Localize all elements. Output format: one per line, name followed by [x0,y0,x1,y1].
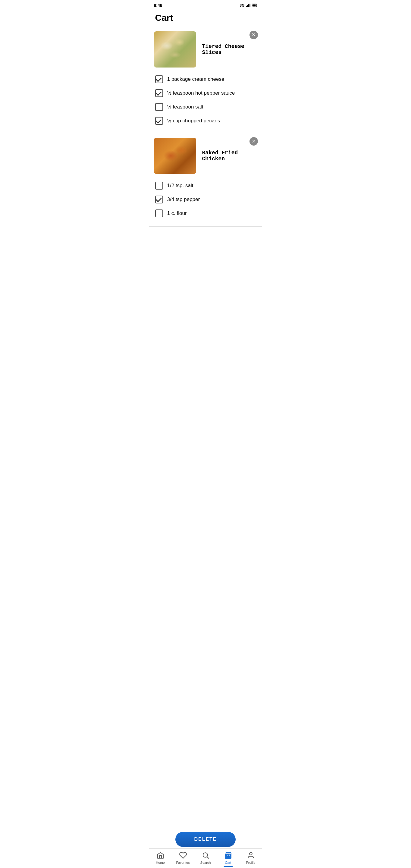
ingredient-text-c0: 1/2 tsp. salt [167,183,193,189]
status-bar: 8:46 3G [149,0,262,9]
ingredient-item: 1 package cream cheese [154,72,257,86]
recipe-section-cheese: Tiered Cheese Slices ✕ 1 package cream c… [149,28,262,134]
ingredient-list-cheese: 1 package cream cheese ½ teaspoon hot pe… [149,71,262,129]
ingredient-checkbox-3[interactable] [155,117,163,125]
svg-rect-3 [250,4,250,7]
svg-rect-2 [248,4,249,7]
recipe-header-chicken: Baked Fried Chicken ✕ [149,134,262,178]
ingredient-text-3: ¼ cup chopped pecans [167,118,220,124]
ingredient-item: ¼ cup chopped pecans [154,114,257,128]
ingredient-checkbox-0[interactable] [155,75,163,83]
ingredient-checkbox-c0[interactable] [155,182,163,190]
recipe-title-chicken: Baked Fried Chicken [202,150,257,162]
status-time: 8:46 [154,3,162,8]
ingredient-text-c2: 1 c. flour [167,210,187,216]
page-title: Cart [149,9,262,28]
ingredient-item: ¼ teaspoon salt [154,100,257,114]
recipe-header-cheese: Tiered Cheese Slices ✕ [149,28,262,71]
ingredient-checkbox-2[interactable] [155,103,163,111]
ingredient-checkbox-1[interactable] [155,89,163,97]
recipe-image-cheese [154,31,196,67]
recipe-title-cheese: Tiered Cheese Slices [202,43,257,56]
ingredient-item: ½ teaspoon hot pepper sauce [154,86,257,100]
ingredient-text-1: ½ teaspoon hot pepper sauce [167,90,235,96]
recipe-section-chicken: Baked Fried Chicken ✕ 1/2 tsp. salt 3/4 … [149,134,262,227]
battery-icon [252,4,257,7]
recipe-image-chicken [154,138,196,174]
ingredient-text-0: 1 package cream cheese [167,76,224,82]
svg-rect-6 [252,4,255,7]
ingredient-text-2: ¼ teaspoon salt [167,104,203,110]
signal-icon [246,4,251,7]
svg-rect-5 [257,5,257,6]
network-indicator: 3G [240,3,244,7]
ingredient-list-chicken: 1/2 tsp. salt 3/4 tsp pepper 1 c. flour [149,178,262,221]
status-icons: 3G [240,3,257,7]
ingredient-item: 3/4 tsp pepper [154,193,257,207]
svg-rect-1 [247,5,248,7]
remove-cheese-button[interactable]: ✕ [250,31,258,39]
ingredient-checkbox-c1[interactable] [155,195,163,204]
svg-rect-0 [246,6,247,7]
ingredient-checkbox-c2[interactable] [155,210,163,217]
ingredient-item: 1/2 tsp. salt [154,179,257,193]
scroll-area: Tiered Cheese Slices ✕ 1 package cream c… [149,28,262,263]
ingredient-text-c1: 3/4 tsp pepper [167,196,200,203]
remove-chicken-button[interactable]: ✕ [250,137,258,146]
ingredient-item: 1 c. flour [154,207,257,220]
